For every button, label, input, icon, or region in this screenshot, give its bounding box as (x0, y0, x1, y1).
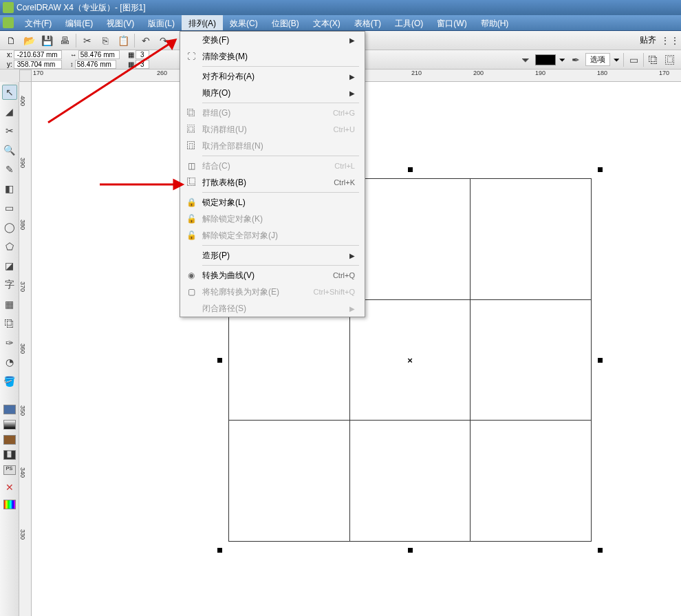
menu-separator (202, 192, 359, 193)
smart-fill-icon[interactable]: ◧ (2, 181, 17, 196)
menu-effects[interactable]: 效果(C) (223, 15, 265, 30)
break-icon[interactable]: ⿻ (647, 53, 660, 67)
ruler-tick: 260 (157, 70, 167, 76)
text-tool-icon[interactable]: 字 (2, 277, 17, 293)
none-icon[interactable]: ✕ (2, 480, 17, 495)
menu-tools[interactable]: 工具(O) (388, 15, 430, 30)
cut-icon[interactable]: ✂ (80, 34, 94, 47)
open-icon[interactable]: 📂 (22, 34, 36, 47)
wrap-icon[interactable]: ⿴ (663, 53, 677, 67)
pen-icon[interactable]: ✒ (569, 53, 583, 67)
color-swatch[interactable] (3, 420, 16, 429)
menu-help[interactable]: 帮助(H) (474, 15, 516, 30)
shape-tool-icon[interactable]: ◢ (2, 104, 17, 119)
clear-transform-icon: ⛶ (180, 52, 202, 61)
paste-icon[interactable]: 📋 (116, 34, 130, 47)
table-tool-icon[interactable]: ▦ (2, 297, 17, 312)
color-swatch[interactable]: PS (3, 465, 16, 475)
menu-shaping[interactable]: 造形(P)▶ (180, 247, 365, 264)
selection-handle[interactable] (408, 167, 413, 172)
cols-value[interactable]: 3 (136, 50, 149, 59)
selection-handle[interactable] (598, 167, 603, 172)
menu-break-apart[interactable]: ⿺打散表格(B)Ctrl+K (180, 174, 365, 191)
selection-handle[interactable] (598, 548, 603, 553)
print-icon[interactable]: 🖶 (58, 34, 72, 47)
dropdown-caret-icon[interactable]: ⏷ (519, 53, 532, 67)
ellipse-tool-icon[interactable]: ◯ (2, 220, 17, 235)
color-palette-icon[interactable] (3, 500, 16, 509)
menu-view[interactable]: 视图(V) (100, 15, 141, 30)
menu-clear-transform[interactable]: ⛶清除变换(M) (180, 48, 365, 65)
snap-icon[interactable]: ⋮⋮ (663, 34, 677, 47)
color-swatch[interactable] (3, 405, 16, 414)
blend-tool-icon[interactable]: ⿻ (2, 316, 17, 331)
pick-tool-icon[interactable]: ↖ (2, 85, 17, 100)
break-apart-icon: ⿺ (180, 178, 202, 187)
menu-table[interactable]: 表格(T) (347, 15, 388, 30)
ungroup-icon: ⿴ (180, 125, 202, 134)
zoom-tool-icon[interactable]: 🔍 (2, 142, 17, 158)
polygon-tool-icon[interactable]: ⬠ (2, 239, 17, 254)
copy-icon[interactable]: ⎘ (98, 34, 112, 47)
selection-handle[interactable] (408, 548, 413, 553)
menu-separator (202, 103, 359, 103)
selection-center-icon: × (407, 355, 413, 365)
menu-order[interactable]: 顺序(O)▶ (180, 85, 365, 101)
ruler-tick: 350 (19, 405, 26, 416)
ruler-tick: 390 (19, 158, 26, 168)
menu-align[interactable]: 对齐和分布(A)▶ (180, 68, 365, 85)
title-bar: CorelDRAW X4（专业版）- [图形1] (0, 0, 681, 15)
menu-unlock: 🔓解除锁定对象(K) (180, 211, 365, 227)
menu-to-curve[interactable]: ◉转换为曲线(V)Ctrl+Q (180, 267, 365, 284)
menu-window[interactable]: 窗口(W) (430, 15, 473, 30)
caret-icon[interactable]: ⏷ (559, 56, 566, 64)
color-swatch[interactable]: ▓ (3, 450, 16, 460)
fill-swatch[interactable] (535, 54, 556, 65)
width-icon: ↔ (70, 51, 77, 59)
menu-text[interactable]: 文本(X) (306, 15, 347, 30)
x-value[interactable]: -210.637 mm (14, 50, 62, 59)
selection-handle[interactable] (217, 358, 222, 363)
ruler-tick: 330 (19, 529, 26, 540)
ruler-tick: 180 (597, 70, 607, 76)
app-icon (3, 2, 14, 13)
redo-icon[interactable]: ↷ (157, 34, 171, 47)
selection-handle[interactable] (217, 548, 222, 553)
menu-separator (202, 156, 359, 156)
options-button[interactable]: 选项 (585, 53, 610, 66)
crop-tool-icon[interactable]: ✂ (2, 123, 17, 138)
menu-transform[interactable]: 变换(F)▶ (180, 32, 365, 48)
undo-icon[interactable]: ↶ (139, 34, 153, 47)
height-value[interactable]: 58.476 mm (75, 60, 116, 69)
y-value[interactable]: 358.704 mm (14, 60, 62, 69)
menu-bitmap[interactable]: 位图(B) (265, 15, 306, 30)
rectangle-tool-icon[interactable]: ▭ (2, 200, 17, 215)
ruler-tick: 170 (659, 70, 669, 76)
menu-bar: 文件(F) 编辑(E) 视图(V) 版面(L) 排列(A) 效果(C) 位图(B… (0, 15, 681, 31)
separator (623, 53, 624, 67)
menu-arrange[interactable]: 排列(A) (182, 15, 223, 30)
table-dims: ▦ 3 ▦ 3 (125, 50, 152, 69)
width-value[interactable]: 58.476 mm (78, 50, 120, 59)
menu-file[interactable]: 文件(F) (18, 15, 58, 30)
color-swatch[interactable] (3, 435, 16, 445)
save-icon[interactable]: 💾 (40, 34, 54, 47)
rows-value[interactable]: 3 (136, 60, 149, 69)
ruler-corner[interactable] (19, 70, 32, 82)
basic-shapes-icon[interactable]: ◪ (2, 258, 17, 273)
unlock-all-icon: 🔓 (180, 231, 202, 240)
snap-label[interactable]: 贴齐 (640, 34, 656, 46)
selection-handle[interactable] (598, 358, 603, 363)
window-title: CorelDRAW X4（专业版）- [图形1] (17, 2, 146, 14)
fill-tool-icon[interactable]: 🪣 (2, 374, 17, 389)
menu-layout[interactable]: 版面(L) (141, 15, 182, 30)
outline-tool-icon[interactable]: ◔ (2, 354, 17, 370)
caret-icon[interactable]: ⏷ (613, 56, 620, 64)
eyedropper-icon[interactable]: ✑ (2, 335, 17, 350)
menu-lock[interactable]: 🔒锁定对象(L) (180, 194, 365, 211)
combine-icon: ◫ (180, 161, 202, 171)
freehand-tool-icon[interactable]: ✎ (2, 162, 17, 177)
menu-edit[interactable]: 编辑(E) (58, 15, 100, 30)
layout-icon[interactable]: ▭ (627, 53, 640, 67)
new-icon[interactable]: 🗋 (4, 34, 18, 47)
